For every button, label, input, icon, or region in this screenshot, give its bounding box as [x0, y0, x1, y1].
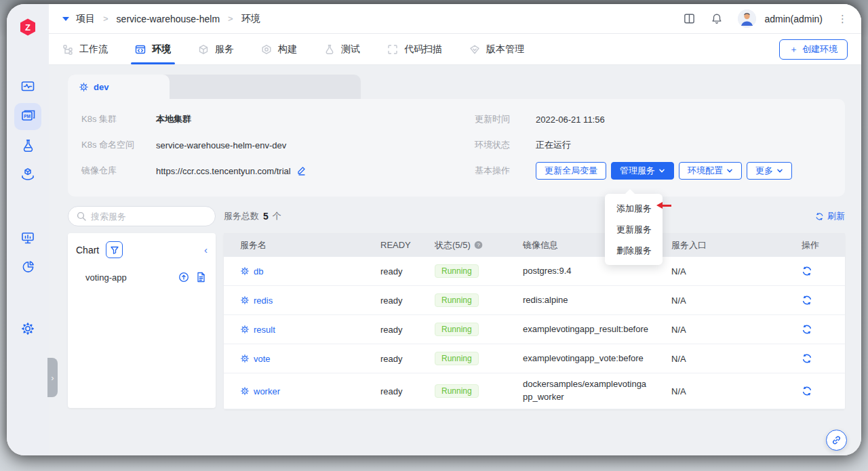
chart-upgrade-icon[interactable] — [178, 272, 189, 283]
box-in-hands-icon — [20, 167, 35, 184]
tab-releases[interactable]: 版本管理 — [469, 34, 524, 64]
chart-values-file-icon[interactable] — [196, 272, 206, 283]
restart-service-icon[interactable] — [802, 266, 812, 277]
ready-value: ready — [380, 295, 403, 306]
status-badge: Running — [435, 323, 479, 336]
helm-icon — [79, 82, 89, 92]
service-link[interactable]: db — [240, 266, 263, 277]
service-link[interactable]: redis — [240, 295, 273, 306]
total-unit: 个 — [273, 210, 281, 222]
breadcrumb-projects[interactable]: 项目 — [76, 13, 95, 25]
chart-panel: Chart ‹ voting-app — [68, 233, 216, 408]
ready-value: ready — [380, 266, 403, 277]
app-window: Z PM › 项目 > service-w — [7, 4, 861, 455]
info-label: 基本操作 — [475, 165, 536, 177]
helm-icon — [240, 266, 250, 276]
zadig-logo-icon[interactable]: Z — [19, 18, 37, 39]
menu-item-delete-service[interactable]: 删除服务 — [605, 240, 663, 261]
env-tab-dev[interactable]: dev — [68, 75, 170, 99]
monitor-pulse-icon — [20, 79, 35, 97]
flask-icon — [21, 138, 35, 155]
docs-icon[interactable] — [683, 12, 696, 25]
entry-value: N/A — [671, 295, 686, 306]
service-search[interactable] — [68, 206, 216, 226]
ready-value: ready — [380, 325, 403, 335]
sidebar-item-insights[interactable] — [14, 226, 41, 253]
chevron-right-icon: › — [51, 373, 54, 383]
sidebar-item-delivery[interactable] — [14, 162, 41, 189]
col-ready: READY — [380, 240, 411, 250]
table-row-redis: redis ready Running redis:alpine N/A — [224, 286, 845, 315]
services-table: 服务名 READY 状态(5/5) ? 镜像信息 服务入口 操作 db read… — [224, 233, 845, 409]
main-area: 项目 > service-warehouse-helm > 环境 admin(a… — [49, 4, 861, 455]
menu-item-add-service[interactable]: 添加服务 — [605, 198, 663, 219]
chevron-down-icon — [776, 167, 783, 174]
table-row-db: db ready Running postgres:9.4 N/A — [224, 257, 845, 286]
image-value: redis:alpine — [523, 294, 568, 307]
ready-value: ready — [380, 354, 403, 364]
svg-text:Z: Z — [25, 22, 31, 33]
tab-tests[interactable]: 测试 — [324, 34, 360, 64]
breadcrumb-environments[interactable]: 环境 — [241, 13, 260, 25]
total-count: 5 — [263, 211, 269, 222]
svg-text:?: ? — [477, 242, 480, 248]
build-box-icon — [261, 44, 272, 55]
chevron-down-icon — [726, 167, 733, 174]
manage-services-menu: 添加服务 更新服务 删除服务 — [605, 194, 663, 265]
manage-services-button[interactable]: 管理服务 — [611, 162, 674, 180]
update-global-vars-button[interactable]: 更新全局变量 — [536, 162, 606, 180]
notification-bell-icon[interactable] — [711, 12, 723, 25]
restart-service-icon[interactable] — [802, 324, 812, 335]
menu-item-update-service[interactable]: 更新服务 — [605, 219, 663, 240]
service-link[interactable]: vote — [240, 354, 271, 364]
entry-value: N/A — [671, 325, 686, 335]
refresh-icon — [815, 212, 824, 221]
chart-panel-title: Chart — [76, 245, 99, 255]
col-actions: 操作 — [802, 239, 819, 251]
sidebar-item-projects[interactable]: PM — [14, 103, 41, 130]
restart-service-icon[interactable] — [802, 295, 812, 306]
env-config-button[interactable]: 环境配置 — [679, 162, 742, 180]
chart-filter-button[interactable] — [106, 241, 123, 258]
refresh-button[interactable]: 刷新 — [815, 210, 845, 222]
helm-icon — [240, 386, 250, 396]
sidebar-item-dashboard[interactable] — [14, 75, 41, 102]
status-help-icon[interactable]: ? — [474, 241, 483, 249]
search-input[interactable] — [91, 211, 210, 222]
link-icon — [831, 435, 842, 445]
tab-code-scan[interactable]: 代码扫描 — [387, 34, 442, 64]
restart-service-icon[interactable] — [802, 386, 812, 396]
edit-registry-icon[interactable] — [296, 166, 306, 176]
k8s-cluster-value: 本地集群 — [156, 113, 191, 125]
collapse-panel-icon[interactable]: ‹ — [204, 245, 208, 255]
sidebar-item-statistics[interactable] — [14, 254, 41, 281]
button-label: 更新全局变量 — [545, 165, 597, 177]
chevron-down-icon — [658, 167, 665, 174]
username-label[interactable]: admin(admin) — [764, 14, 823, 24]
tab-builds[interactable]: 构建 — [261, 34, 297, 64]
project-switcher-caret-icon[interactable] — [62, 17, 69, 21]
button-label: 更多 — [755, 165, 773, 177]
table-row-vote: vote ready Running examplevotingapp_vote… — [224, 344, 845, 373]
restart-service-icon[interactable] — [802, 353, 812, 364]
share-link-button[interactable] — [826, 430, 847, 451]
more-menu-icon[interactable]: ⋮ — [837, 13, 848, 25]
k8s-namespace-value: service-warehouse-helm-env-dev — [156, 140, 286, 150]
service-link[interactable]: result — [240, 325, 275, 335]
breadcrumb-separator: > — [226, 14, 235, 24]
tab-services[interactable]: 服务 — [198, 34, 234, 64]
more-actions-button[interactable]: 更多 — [747, 162, 792, 180]
breadcrumb-project-name[interactable]: service-warehouse-helm — [117, 14, 220, 24]
tab-workflows[interactable]: 工作流 — [62, 34, 108, 64]
sidebar-item-tests[interactable] — [14, 133, 41, 160]
sidebar-item-settings[interactable] — [14, 316, 41, 344]
user-avatar[interactable] — [738, 9, 756, 28]
info-label: K8s 命名空间 — [81, 139, 156, 151]
create-environment-button[interactable]: ＋ 创建环境 — [779, 39, 848, 60]
chart-item-voting-app[interactable]: voting-app — [76, 269, 208, 285]
sidebar: Z PM — [7, 4, 49, 455]
tab-environments[interactable]: 环境 — [135, 34, 171, 64]
sidebar-expand-handle[interactable]: › — [47, 358, 58, 397]
service-link[interactable]: worker — [240, 386, 280, 396]
env-tab-label: dev — [94, 82, 108, 92]
